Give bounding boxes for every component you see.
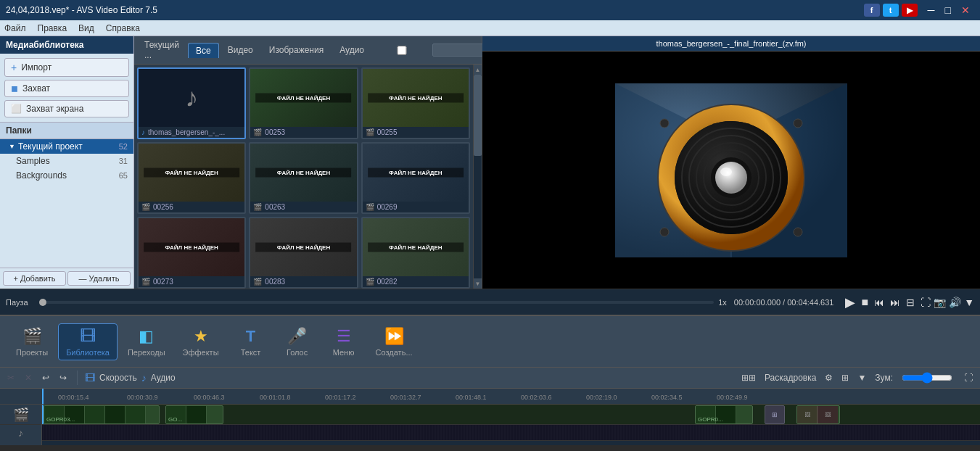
projects-icon: 🎬 — [22, 327, 42, 346]
text-icon: T — [246, 327, 255, 346]
clip-2-label: GO... — [168, 416, 182, 423]
media-item-00269[interactable]: ФАЙЛ НЕ НАЙДЕН 🎬 00269 — [361, 142, 470, 214]
filter-input[interactable] — [432, 44, 483, 57]
remove-button[interactable]: — Удалить — [67, 271, 131, 286]
media-item-00253[interactable]: ФАЙЛ НЕ НАЙДЕН 🎬 00253 — [249, 67, 358, 139]
video-name-00256: 00256 — [153, 203, 173, 211]
menu-label: Меню — [333, 348, 355, 357]
menu-file[interactable]: Файл — [4, 23, 26, 33]
main-area: Медиабиблиотека + Импорт ◼ Захват ⬜ Захв… — [0, 36, 980, 289]
scrollbar-thumb[interactable] — [474, 75, 482, 156]
tool-transitions[interactable]: ◧ Переходы — [120, 324, 173, 360]
tab-audio[interactable]: Аудио — [332, 43, 371, 57]
stop-button[interactable]: ■ — [860, 294, 870, 310]
media-item-00282[interactable]: ФАЙЛ НЕ НАЙДЕН 🎬 00282 — [361, 217, 470, 289]
tool-menu[interactable]: ☰ Меню — [322, 324, 366, 360]
tool-text[interactable]: T Текст — [229, 324, 273, 360]
zoom-label: Зум: — [875, 373, 893, 383]
folder-samples-label: Samples — [16, 156, 50, 166]
tool-create[interactable]: ⏩ Создать... — [368, 324, 420, 360]
media-item-audio[interactable]: ♪ ♪ thomas_bergersen_-_... — [137, 67, 246, 139]
scrollbar-down-arrow[interactable]: ▼ — [474, 278, 482, 289]
tab-images[interactable]: Изображения — [262, 43, 331, 57]
maximize-button[interactable]: □ — [941, 4, 955, 16]
create-label: Создать... — [376, 348, 413, 357]
folder-backgrounds[interactable]: Backgrounds 65 — [0, 168, 133, 183]
split-button[interactable]: ⊟ — [905, 295, 916, 310]
progress-slider[interactable] — [39, 301, 714, 304]
video-name-00273: 00273 — [153, 278, 173, 286]
tab-video[interactable]: Видео — [221, 43, 260, 57]
twitter-icon[interactable]: t — [883, 4, 899, 17]
scrollbar-up-arrow[interactable]: ▲ — [474, 65, 482, 75]
play-button[interactable]: ▶ — [844, 293, 857, 312]
zoom-slider[interactable] — [902, 372, 952, 384]
ml-scrollbar[interactable]: ▲ ▼ — [473, 65, 482, 289]
media-item-00263[interactable]: ФАЙЛ НЕ НАЙДЕН 🎬 00263 — [249, 142, 358, 214]
video-name-00253: 00253 — [265, 128, 285, 136]
minimize-button[interactable]: ─ — [923, 4, 939, 16]
tool-projects[interactable]: 🎬 Проекты — [9, 324, 55, 360]
filter-checkbox[interactable] — [373, 46, 431, 55]
expand-button[interactable]: ▼ — [964, 297, 974, 308]
social-icons: f t ▶ — [864, 4, 918, 17]
library-label: Библиотека — [66, 348, 110, 357]
screen-capture-button[interactable]: ⬜ Захват экрана — [4, 100, 129, 117]
tool-voice[interactable]: 🎤 Голос — [276, 324, 319, 360]
video-clip-1[interactable]: GOPR03... — [44, 405, 160, 424]
audio-track-label: ♪ — [0, 425, 41, 441]
scissors-button[interactable]: ✂ — [4, 371, 17, 384]
screen-capture-label: Захват экрана — [26, 104, 83, 114]
video-name-00263: 00263 — [265, 203, 285, 211]
menu-help[interactable]: Справка — [106, 23, 140, 33]
audio-strip-icon: ♪ — [141, 372, 147, 384]
video-icon-00255: 🎬 — [366, 128, 374, 136]
redo-button[interactable]: ↪ — [57, 371, 70, 384]
folder-current-project[interactable]: ▼ Текущий проект 52 — [0, 139, 133, 154]
current-time: 00:00:00.000 — [734, 298, 781, 307]
video-clip-4[interactable]: ⊞ — [765, 405, 785, 424]
video-clip-3[interactable]: GOPR0... — [695, 405, 753, 424]
snapshot-button[interactable]: 📷 — [934, 297, 946, 308]
tab-current[interactable]: Текущий ... — [137, 38, 186, 62]
effects-icon: ★ — [194, 327, 208, 346]
close-button[interactable]: ✕ — [957, 4, 974, 16]
add-button[interactable]: + Добавить — [3, 271, 66, 286]
media-grid: ♪ ♪ thomas_bergersen_-_... ФАЙЛ НЕ НАЙДЕ… — [134, 65, 473, 289]
capture-button[interactable]: ◼ Захват — [4, 80, 129, 97]
youtube-icon[interactable]: ▶ — [902, 4, 918, 17]
folder-samples[interactable]: Samples 31 — [0, 154, 133, 168]
tool-effects[interactable]: ★ Эффекты — [176, 324, 226, 360]
media-item-thumb-00253: ФАЙЛ НЕ НАЙДЕН — [250, 69, 356, 127]
next-frame-button[interactable]: ⏭ — [889, 295, 902, 310]
fullscreen-button[interactable]: ⛶ — [921, 297, 931, 308]
progress-handle[interactable] — [39, 299, 46, 306]
delete-button[interactable]: ✕ — [22, 371, 35, 384]
fit-button[interactable]: ⛶ — [961, 371, 976, 384]
video-clip-5[interactable]: 🖼 🖼 — [796, 405, 840, 424]
tool-library[interactable]: 🎞 Библиотека — [58, 323, 118, 360]
facebook-icon[interactable]: f — [864, 4, 880, 17]
menu-view[interactable]: Вид — [78, 23, 94, 33]
settings-button[interactable]: ⚙ — [822, 371, 836, 384]
tab-all[interactable]: Все — [188, 43, 219, 58]
import-button[interactable]: + Импорт — [4, 58, 129, 77]
ruler-content: 00:00:15.4 00:00:30.9 00:00:46.3 00:01:0… — [0, 401, 44, 402]
ruler-mark-2: 00:00:30.9 — [127, 394, 158, 401]
speed-label: Скорость — [99, 373, 137, 383]
media-item-00256[interactable]: ФАЙЛ НЕ НАЙДЕН 🎬 00256 — [137, 142, 246, 214]
library-icon: 🎞 — [80, 327, 96, 346]
file-not-found-overlay-00282: ФАЙЛ НЕ НАЙДЕН — [368, 243, 464, 252]
media-item-00283[interactable]: ФАЙЛ НЕ НАЙДЕН 🎬 00283 — [249, 217, 358, 289]
view-dropdown-button[interactable]: ▼ — [855, 371, 869, 384]
volume-button[interactable]: 🔊 — [949, 297, 961, 308]
svg-point-19 — [794, 228, 802, 236]
media-item-00255[interactable]: ФАЙЛ НЕ НАЙДЕН 🎬 00255 — [361, 67, 470, 139]
menu-edit[interactable]: Правка — [38, 23, 67, 33]
undo-button[interactable]: ↩ — [39, 371, 52, 384]
media-item-00273[interactable]: ФАЙЛ НЕ НАЙДЕН 🎬 00273 — [137, 217, 246, 289]
video-clip-2[interactable]: GO... — [165, 405, 223, 424]
clip-3-label: GOPR0... — [698, 416, 723, 423]
razbivka-label: Раскадровка — [765, 373, 816, 383]
prev-frame-button[interactable]: ⏮ — [873, 295, 886, 310]
